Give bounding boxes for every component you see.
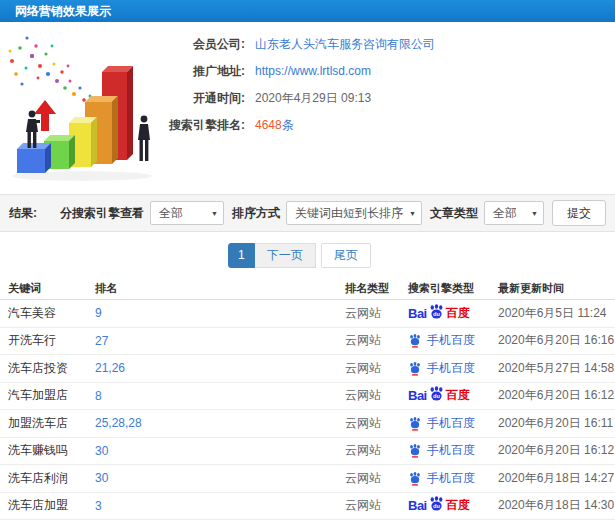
rank-type-cell: 云网站 <box>345 360 408 377</box>
engine-cell: 手机百度 <box>408 360 498 377</box>
info-row-member: 会员公司: 山东老人头汽车服务咨询有限公司 <box>0 34 612 54</box>
rank-type-cell: 云网站 <box>345 415 408 432</box>
keyword-cell: 汽车美容 <box>8 305 95 322</box>
engine-cell: 手机百度 <box>408 415 498 432</box>
svg-text:du: du <box>433 503 440 509</box>
baidu-paw-icon: du <box>428 495 445 512</box>
rank-cell[interactable]: 21,26 <box>95 361 345 375</box>
table-row: 洗车店加盟 3 云网站 Bai du 百度 2020年6月18日 14:30 <box>0 493 615 520</box>
rank-type-cell: 云网站 <box>345 470 408 487</box>
baidu-logo: Bai du 百度 <box>408 387 470 404</box>
filters-group: 分搜索引擎查看 全部 ▼ 排序方式 关键词由短到长排序 ▼ 文章类型 全部 ▼ … <box>52 200 606 226</box>
header-keyword: 关键词 <box>8 281 95 296</box>
engine-filter-label: 分搜索引擎查看 <box>60 205 144 222</box>
promo-url-label: 推广地址: <box>110 61 245 81</box>
rank-cell[interactable]: 27 <box>95 334 345 348</box>
open-time-label: 开通时间: <box>110 88 245 108</box>
mobile-baidu-logo: 手机百度 <box>408 360 475 377</box>
updated-cell: 2020年5月27日 14:58 <box>498 360 615 377</box>
keyword-cell: 洗车店利润 <box>8 470 95 487</box>
last-page-button[interactable]: 尾页 <box>321 243 371 268</box>
rank-cell[interactable]: 9 <box>95 306 345 320</box>
table-row: 洗车店利润 30 云网站 手机百度 2020年6月18日 14:27 <box>0 465 615 493</box>
rank-cell[interactable]: 30 <box>95 444 345 458</box>
header-engine-type: 搜索引擎类型 <box>408 281 498 296</box>
baidu-logo: Bai du 百度 <box>408 305 470 322</box>
info-row-engine-rank: 搜索引擎排名: 4648条 <box>0 115 612 135</box>
svg-text:du: du <box>433 393 440 399</box>
member-company-label: 会员公司: <box>110 34 245 54</box>
member-company-link[interactable]: 山东老人头汽车服务咨询有限公司 <box>255 34 435 54</box>
results-label: 结果: <box>9 205 37 222</box>
chevron-down-icon: ▼ <box>531 203 538 225</box>
updated-cell: 2020年6月20日 16:12 <box>498 387 615 404</box>
page-1-button[interactable]: 1 <box>228 243 255 268</box>
sort-label: 排序方式 <box>232 205 280 222</box>
mobile-baidu-logo: 手机百度 <box>408 442 475 459</box>
mobile-baidu-logo: 手机百度 <box>408 470 475 487</box>
promo-url-link[interactable]: https://www.lrtlsd.com <box>255 61 371 81</box>
article-type-select[interactable]: 全部 ▼ <box>484 201 544 225</box>
article-type-label: 文章类型 <box>430 205 478 222</box>
header-updated: 最新更新时间 <box>498 281 615 296</box>
rank-unit: 条 <box>282 118 294 132</box>
rank-type-cell: 云网站 <box>345 442 408 459</box>
keyword-cell: 汽车加盟店 <box>8 387 95 404</box>
keyword-cell: 洗车店投资 <box>8 360 95 377</box>
mobile-baidu-logo: 手机百度 <box>408 415 475 432</box>
rank-cell[interactable]: 25,28,28 <box>95 416 345 430</box>
baidu-paw-icon: du <box>428 385 445 402</box>
header-rank: 排名 <box>95 281 345 296</box>
svg-text:du: du <box>433 311 440 317</box>
mobile-baidu-paw-icon <box>408 416 422 431</box>
article-type-value: 全部 <box>493 206 517 220</box>
pagination: 1 下一页 尾页 <box>228 243 371 268</box>
next-page-button[interactable]: 下一页 <box>255 243 316 268</box>
rank-cell[interactable]: 3 <box>95 499 345 513</box>
engine-rank-value: 4648条 <box>255 115 294 135</box>
updated-cell: 2020年6月18日 14:30 <box>498 497 615 514</box>
engine-cell: Bai du 百度 <box>408 497 498 514</box>
table-row: 洗车赚钱吗 30 云网站 手机百度 2020年6月20日 16:12 <box>0 438 615 466</box>
chevron-down-icon: ▼ <box>211 203 218 225</box>
mobile-baidu-paw-icon <box>408 443 422 458</box>
rank-cell[interactable]: 8 <box>95 389 345 403</box>
engine-rank-label: 搜索引擎排名: <box>110 115 245 135</box>
table-body: 汽车美容 9 云网站 Bai du 百度 2020年6月5日 11:24 开洗车… <box>0 300 615 520</box>
rank-type-cell: 云网站 <box>345 497 408 514</box>
baidu-paw-icon: du <box>428 303 445 320</box>
engine-cell: Bai du 百度 <box>408 305 498 322</box>
updated-cell: 2020年6月18日 14:27 <box>498 470 615 487</box>
mobile-baidu-paw-icon <box>408 333 422 348</box>
baidu-logo: Bai du 百度 <box>408 497 470 514</box>
info-row-open-time: 开通时间: 2020年4月29日 09:13 <box>0 88 612 108</box>
rank-type-cell: 云网站 <box>345 305 408 322</box>
updated-cell: 2020年6月20日 16:12 <box>498 442 615 459</box>
keyword-cell: 洗车赚钱吗 <box>8 442 95 459</box>
header-rank-type: 排名类型 <box>345 281 408 296</box>
info-row-site: 推广地址: https://www.lrtlsd.com <box>0 61 612 81</box>
table-row: 汽车加盟店 8 云网站 Bai du 百度 2020年6月20日 16:12 <box>0 383 615 411</box>
results-filter-bar: 结果: 分搜索引擎查看 全部 ▼ 排序方式 关键词由短到长排序 ▼ 文章类型 全… <box>0 194 615 232</box>
keyword-ranking-table: 关键词 排名 排名类型 搜索引擎类型 最新更新时间 汽车美容 9 云网站 Bai… <box>0 278 615 520</box>
marketing-effect-page: 网络营销效果展示 <box>0 0 615 520</box>
table-row: 开洗车行 27 云网站 手机百度 2020年6月20日 16:16 <box>0 328 615 356</box>
engine-cell: 手机百度 <box>408 442 498 459</box>
page-title: 网络营销效果展示 <box>15 0 111 22</box>
table-row: 加盟洗车店 25,28,28 云网站 手机百度 2020年6月20日 16:11 <box>0 410 615 438</box>
updated-cell: 2020年6月20日 16:11 <box>498 415 615 432</box>
engine-filter-select[interactable]: 全部 ▼ <box>150 201 224 225</box>
table-header-row: 关键词 排名 排名类型 搜索引擎类型 最新更新时间 <box>0 278 615 300</box>
rank-type-cell: 云网站 <box>345 387 408 404</box>
page-header-bar: 网络营销效果展示 <box>0 0 615 22</box>
keyword-cell: 洗车店加盟 <box>8 497 95 514</box>
mobile-baidu-logo: 手机百度 <box>408 332 475 349</box>
engine-filter-value: 全部 <box>159 206 183 220</box>
submit-button[interactable]: 提交 <box>552 200 606 226</box>
updated-cell: 2020年6月5日 11:24 <box>498 305 615 322</box>
open-time-value: 2020年4月29日 09:13 <box>255 88 371 108</box>
rank-cell[interactable]: 30 <box>95 471 345 485</box>
sort-value: 关键词由短到长排序 <box>295 206 403 220</box>
chevron-down-icon: ▼ <box>409 203 416 225</box>
sort-select[interactable]: 关键词由短到长排序 ▼ <box>286 201 422 225</box>
